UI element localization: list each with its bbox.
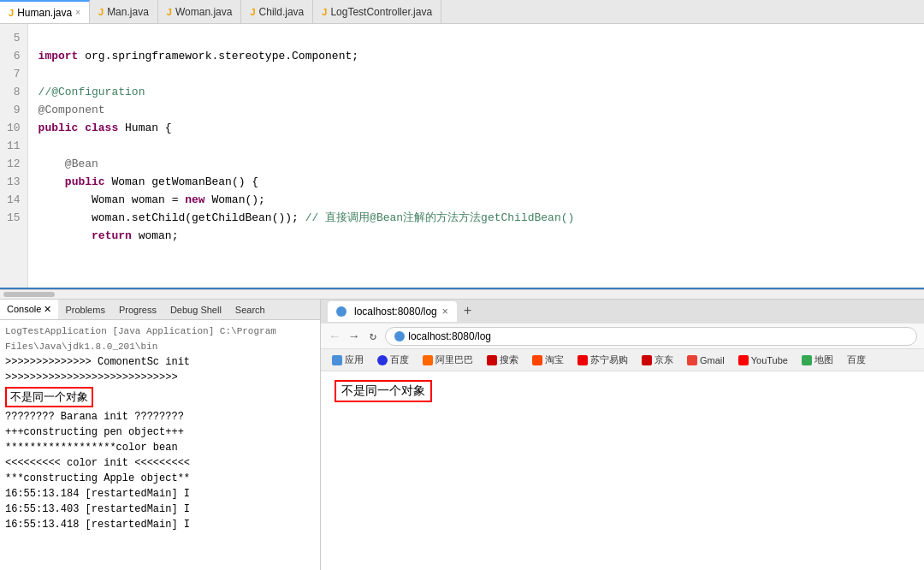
search-engine-icon	[487, 355, 497, 365]
console-line-10: 16:55:13.418 [restartedMain] I	[5, 517, 315, 532]
console-line-2: >>>>>>>>>>>>>>>>>>>>>>>>>>>>	[5, 370, 315, 385]
page-favicon	[336, 306, 346, 317]
maps-icon	[802, 355, 812, 365]
java-icon: J	[250, 7, 255, 17]
bookmark-gmail[interactable]: Gmail	[683, 353, 729, 367]
back-button[interactable]: ←	[328, 328, 341, 345]
java-icon: J	[167, 7, 172, 17]
console-line-3: ???????? Barana init ????????	[5, 409, 315, 425]
url-bar[interactable]: localhost:8080/log	[385, 327, 917, 346]
scroll-thumb[interactable]	[3, 292, 55, 297]
browser-content: 不是同一个对象	[321, 371, 924, 570]
console-tab-console[interactable]: Console ✕	[0, 300, 58, 319]
bookmark-apps[interactable]: 应用	[328, 352, 368, 368]
bookmark-youtube[interactable]: YouTube	[734, 353, 792, 367]
youtube-icon	[738, 355, 749, 365]
apps-icon	[332, 355, 342, 365]
java-icon: J	[98, 7, 104, 17]
url-favicon	[394, 331, 405, 341]
browser-active-tab[interactable]: localhost:8080/log ×	[328, 301, 457, 322]
editor-tab-bar: J Human.java × J Man.java J Woman.java J…	[0, 0, 924, 24]
browser-not-same-label: 不是同一个对象	[335, 380, 432, 402]
browser-tab-close[interactable]: ×	[442, 306, 448, 318]
bookmark-taobao[interactable]: 淘宝	[528, 352, 568, 368]
console-line-not-same: 不是同一个对象	[5, 385, 315, 409]
browser-tab-bar: localhost:8080/log × +	[321, 300, 924, 324]
java-icon: J	[9, 8, 14, 18]
browser-panel: localhost:8080/log × + ← → ↻ localhost:8…	[321, 300, 924, 570]
tab-human-java[interactable]: J Human.java ×	[0, 0, 90, 23]
console-tab-problems[interactable]: Problems	[58, 300, 111, 319]
console-line-7: ***constructing Apple object**	[5, 471, 315, 486]
not-same-label: 不是同一个对象	[5, 387, 93, 407]
baidu-icon	[377, 355, 388, 365]
bottom-panel: Console ✕ Problems Progress Debug Shell …	[0, 300, 924, 570]
console-tab-debug-shell[interactable]: Debug Shell	[163, 300, 228, 319]
close-tab-human[interactable]: ×	[75, 8, 80, 17]
bookmarks-bar: 应用 百度 阿里巴巴 搜索 淘宝 苏宁易购	[321, 349, 924, 371]
console-panel: Console ✕ Problems Progress Debug Shell …	[0, 300, 321, 570]
bookmark-maps[interactable]: 地图	[797, 352, 838, 368]
browser-nav-bar: ← → ↻ localhost:8080/log	[321, 324, 924, 349]
new-tab-button[interactable]: +	[460, 304, 476, 319]
code-editor: 5 6 7 8 9 10 11 12 13 14 15 import org.s…	[0, 24, 924, 289]
console-line-8: 16:55:13.184 [restartedMain] I	[5, 486, 315, 502]
bookmark-suning[interactable]: 苏宁易购	[573, 352, 632, 368]
bookmark-baidu[interactable]: 百度	[373, 352, 413, 368]
bookmark-baidu2[interactable]: 百度	[843, 352, 870, 368]
taobao-icon	[532, 355, 542, 365]
horizontal-scrollbar[interactable]	[0, 289, 924, 300]
console-line-1: >>>>>>>>>>>>>> ComonentSc init	[5, 354, 315, 370]
suning-icon	[578, 355, 588, 365]
bookmark-search[interactable]: 搜索	[483, 352, 523, 368]
tab-child-java[interactable]: J Child.java	[241, 0, 313, 23]
browser-not-same: 不是同一个对象	[335, 380, 910, 402]
console-tab-progress[interactable]: Progress	[112, 300, 163, 319]
console-tab-bar: Console ✕ Problems Progress Debug Shell …	[0, 300, 320, 320]
alibaba-icon	[423, 355, 433, 365]
forward-button[interactable]: →	[346, 328, 360, 345]
bookmark-jd[interactable]: 京东	[637, 352, 678, 368]
bookmark-alibaba[interactable]: 阿里巴巴	[418, 352, 477, 368]
tab-logtestcontroller-java[interactable]: J LogTestController.java	[313, 0, 441, 23]
console-line-9: 16:55:13.403 [restartedMain] I	[5, 502, 315, 517]
console-line-4: +++constructing pen object+++	[5, 425, 315, 440]
gmail-icon	[687, 355, 697, 365]
refresh-button[interactable]: ↻	[366, 327, 380, 345]
console-output: LogTestApplication [Java Application] C:…	[0, 320, 320, 570]
line-numbers: 5 6 7 8 9 10 11 12 13 14 15	[0, 24, 28, 288]
console-line-6: <<<<<<<<< color init <<<<<<<<<	[5, 455, 315, 471]
console-tab-search[interactable]: Search	[228, 300, 272, 319]
console-line-5: ******************color bean	[5, 440, 315, 455]
jd-icon	[642, 355, 652, 365]
console-header: LogTestApplication [Java Application] C:…	[5, 324, 315, 354]
tab-man-java[interactable]: J Man.java	[90, 0, 158, 23]
tab-woman-java[interactable]: J Woman.java	[158, 0, 242, 23]
java-icon: J	[322, 7, 327, 17]
code-lines[interactable]: import org.springframework.stereotype.Co…	[28, 24, 924, 288]
